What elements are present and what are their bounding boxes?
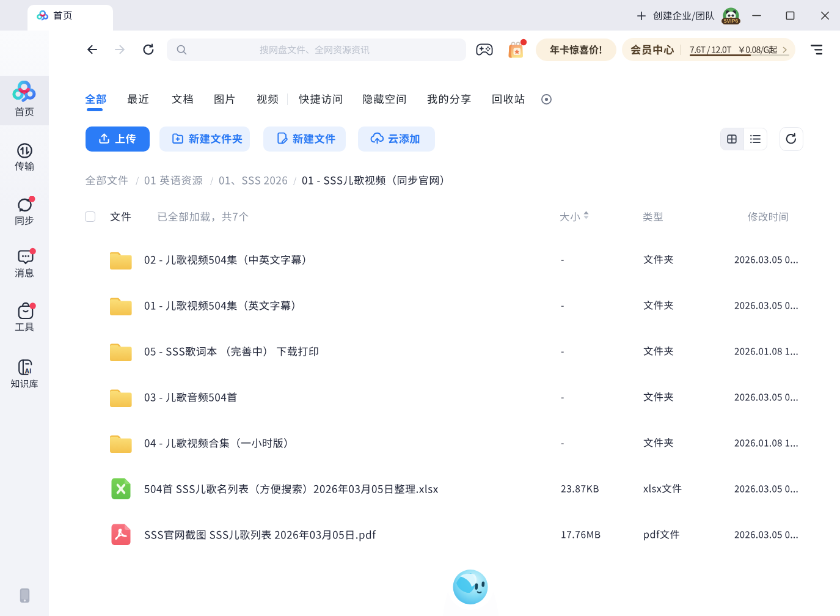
svg-text:AI: AI: [25, 367, 32, 375]
